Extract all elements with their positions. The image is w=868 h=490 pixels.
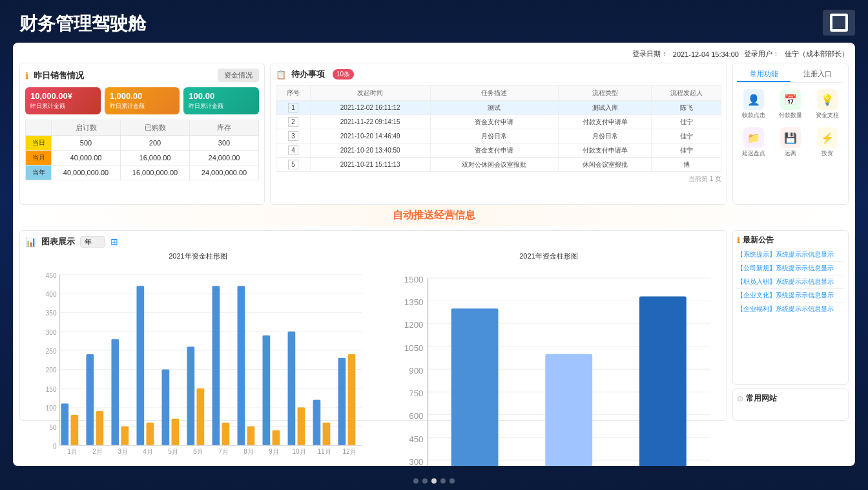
svg-rect-31: [338, 358, 346, 445]
svg-rect-80: [451, 308, 499, 466]
chart-select[interactable]: 年 月: [80, 236, 105, 248]
year-v1: 40,000,000.00: [52, 165, 121, 180]
func-label: 收款点击: [742, 111, 765, 120]
charts-row: 2021年资金柱形图 0501001502002503003504004501月…: [25, 251, 721, 407]
month-v3: 24,000.00: [190, 151, 259, 165]
func-item[interactable]: ⚡ 投资: [810, 125, 844, 160]
func-label: 延迟盘点: [742, 149, 765, 158]
svg-text:600: 600: [409, 411, 423, 421]
svg-text:0: 0: [53, 443, 57, 450]
svg-text:100: 100: [46, 405, 57, 412]
svg-text:200: 200: [46, 367, 57, 374]
chart-panel: 📊 图表展示 年 月 ⊞ 2021年资金柱形图 0501001502002503…: [19, 230, 727, 421]
todo-desc: 双对公休闲会议室报批: [430, 158, 559, 172]
svg-text:7月: 7月: [218, 448, 229, 455]
login-date-label: 登录日期：: [632, 49, 668, 59]
svg-text:450: 450: [46, 272, 57, 279]
func-item[interactable]: 👤 收款点击: [737, 87, 771, 122]
func-label: 远离: [785, 149, 796, 158]
kpi-amount-1: 10,000.00¥: [30, 91, 96, 101]
year-v3: 24,000,000.00: [190, 165, 259, 180]
todo-desc: 月份日常: [430, 129, 559, 144]
todo-col-user: 流程发起人: [652, 86, 721, 101]
announce-item[interactable]: 【职员入职】系统提示示信息显示: [737, 275, 844, 289]
todo-time: 2021-10-20 14:46:49: [310, 129, 430, 144]
dot-2: [422, 478, 428, 484]
bottom-section: 📊 图表展示 年 月 ⊞ 2021年资金柱形图 0501001502002503…: [19, 230, 849, 421]
announce-item[interactable]: 【系统提示】系统提示示信息显示: [737, 248, 844, 262]
svg-rect-24: [161, 369, 169, 445]
sales-table: 启订数 已购数 库存 当日 500 200 300 当月 40,000.00: [25, 120, 259, 180]
kpi-cards: 10,000.00¥ 昨日累计金额 1,000.00 昨日累计金额 100.00…: [25, 87, 259, 114]
announce-item[interactable]: 【公司新规】系统提示示信息显示: [737, 262, 844, 275]
svg-rect-37: [197, 389, 205, 445]
announce-icon: ℹ: [737, 236, 740, 245]
svg-rect-41: [298, 407, 305, 445]
row-label-month: 当月: [26, 151, 52, 165]
bar-chart-2-title: 2021年资金柱形图: [376, 251, 721, 261]
todo-user: 佳宁: [652, 115, 721, 129]
website-title: 常用网站: [746, 393, 777, 404]
svg-text:11月: 11月: [318, 448, 331, 455]
website-icon: ⊙: [737, 394, 743, 403]
todo-panel-header: 📋 待办事项 10条: [276, 69, 721, 80]
kpi-label-3: 昨日累计金额: [189, 102, 254, 111]
announce-item[interactable]: 【企业福利】系统提示示信息显示: [737, 303, 844, 315]
todo-desc: 资金支付申请: [430, 115, 559, 129]
announce-item[interactable]: 【企业文化】系统提示示信息显示: [737, 289, 844, 303]
quick-func-panel: 常用功能 注册入口 👤 收款点击 📅 付款数量 💡 资金支柱 📁 延迟盘点 💾 …: [732, 63, 849, 205]
chart-panel-title: 图表展示: [41, 236, 75, 248]
svg-rect-21: [86, 354, 94, 445]
kpi-amount-2: 1,000.00: [110, 91, 175, 101]
todo-panel-title: 待办事项: [291, 69, 325, 80]
login-user-label: 登录用户：: [744, 49, 780, 59]
svg-text:300: 300: [409, 457, 423, 466]
todo-time: 2021-11-22 09:14:15: [310, 115, 430, 129]
func-icon: 💡: [817, 89, 838, 110]
kpi-amount-3: 100.00: [189, 91, 254, 101]
todo-seq: 2: [276, 115, 311, 129]
svg-rect-35: [147, 423, 154, 445]
col-header-orders: 启订数: [52, 120, 121, 136]
svg-rect-29: [288, 332, 296, 445]
chart-grid-icon: ⊞: [110, 237, 118, 247]
todo-col-time: 发起时间: [310, 86, 430, 101]
month-v1: 40,000.00: [52, 151, 121, 165]
func-item[interactable]: 📁 延迟盘点: [737, 125, 771, 160]
kpi-card-1: 10,000.00¥ 昨日累计金额: [25, 87, 101, 114]
func-item[interactable]: 💡 资金支柱: [810, 87, 844, 122]
svg-text:1350: 1350: [404, 297, 424, 307]
func-item[interactable]: 📅 付款数量: [774, 87, 808, 122]
svg-text:450: 450: [409, 434, 423, 444]
todo-desc: 测试: [430, 101, 559, 115]
chart-panel-header: 📊 图表展示 年 月 ⊞: [25, 236, 721, 248]
logo: [823, 10, 855, 36]
tab-new-user[interactable]: 注册入口: [790, 67, 844, 82]
capital-btn[interactable]: 资金情况: [218, 69, 259, 82]
svg-rect-23: [136, 286, 144, 445]
row-label-today: 当日: [26, 136, 52, 151]
todo-time: 2021-12-02 16:11:12: [310, 101, 430, 115]
table-row: 4 2021-10-20 13:40:50 资金支付申请 付款支付申请单 佳宁: [276, 144, 721, 158]
col-header-stock: 库存: [190, 120, 259, 136]
col-header-empty: [26, 120, 52, 136]
dot-3: [431, 478, 437, 484]
page-title: 财务管理驾驶舱: [0, 0, 868, 43]
table-row: 3 2021-10-20 14:46:49 月份日常 月份日常 佳宁: [276, 129, 721, 144]
today-v2: 200: [121, 136, 190, 151]
func-label: 付款数量: [779, 111, 802, 120]
svg-rect-38: [222, 423, 230, 445]
func-grid: 👤 收款点击 📅 付款数量 💡 资金支柱 📁 延迟盘点 💾 远离 ⚡ 投资: [737, 87, 844, 160]
todo-user: 陈飞: [652, 101, 721, 115]
svg-text:9月: 9月: [269, 448, 279, 455]
dot-5: [450, 478, 455, 484]
svg-text:300: 300: [46, 329, 57, 336]
tab-common-func[interactable]: 常用功能: [737, 67, 790, 82]
todo-footer: 当前第 1 页: [276, 175, 721, 184]
func-icon: 👤: [743, 89, 764, 110]
svg-rect-42: [323, 423, 331, 445]
svg-text:1500: 1500: [404, 275, 424, 284]
func-item[interactable]: 💾 远离: [774, 125, 808, 160]
todo-time: 2021-10-20 13:40:50: [310, 144, 430, 158]
website-panel: ⊙ 常用网站: [732, 389, 849, 421]
